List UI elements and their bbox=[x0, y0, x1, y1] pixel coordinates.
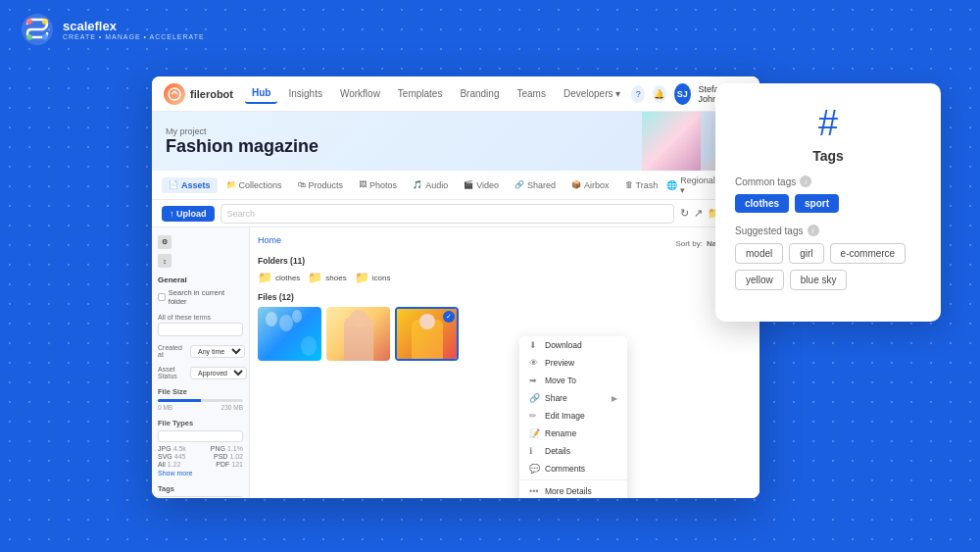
globe-icon: 🌐 bbox=[666, 180, 677, 190]
tab-photos[interactable]: 🖼 Photos bbox=[352, 177, 404, 193]
context-moredetails[interactable]: ••• More Details bbox=[519, 482, 627, 498]
context-comments[interactable]: 💬 Comments bbox=[519, 460, 627, 477]
context-editimage-label: Edit Image bbox=[545, 411, 585, 421]
file-thumb-3[interactable]: ✓ bbox=[395, 307, 459, 361]
filesize-max: 230 MB bbox=[221, 404, 243, 411]
sidebar-tags: Tags business 373 breakfast 253 red 235 … bbox=[158, 484, 243, 498]
logo-icon bbox=[20, 12, 55, 47]
search-bar[interactable]: Search bbox=[220, 204, 675, 224]
tab-collections[interactable]: 📁 Collections bbox=[220, 177, 289, 193]
filetype-row-3: All 1.22 PDF 121 bbox=[158, 461, 243, 468]
project-title: Fashion magazine bbox=[166, 136, 318, 157]
sidebar-terms: All of these terms bbox=[158, 314, 243, 336]
user-avatar[interactable]: SJ bbox=[674, 83, 691, 105]
photo-selfie bbox=[326, 307, 390, 361]
share-arrow-icon: ▶ bbox=[612, 394, 617, 403]
nav-workflow[interactable]: Workflow bbox=[333, 84, 387, 103]
context-download[interactable]: ⬇ Download bbox=[519, 336, 627, 354]
file-thumb-1[interactable] bbox=[258, 307, 321, 361]
filetype-jpg: JPG 4.5k bbox=[158, 445, 186, 452]
photos-icon: 🖼 bbox=[359, 180, 367, 189]
context-share[interactable]: 🔗 Share ▶ bbox=[519, 389, 627, 407]
context-details[interactable]: ℹ Details bbox=[519, 442, 627, 460]
suggested-tag-girl[interactable]: girl bbox=[789, 243, 823, 264]
status-select[interactable]: Approved bbox=[190, 367, 247, 379]
sidebar-filetypes: File Types JPG 4.5k PNG 1.1% SVG 445 PSD… bbox=[158, 419, 243, 477]
filerobot-logo: filerobot bbox=[164, 83, 233, 105]
filerobot-window: filerobot Hub Insights Workflow Template… bbox=[152, 76, 760, 498]
suggested-tag-bluesky[interactable]: blue sky bbox=[790, 270, 848, 290]
filetype-search[interactable] bbox=[158, 430, 243, 442]
common-tag-sport[interactable]: sport bbox=[795, 194, 839, 213]
sidebar-filter-icon[interactable]: ⚙ bbox=[158, 235, 172, 249]
nav-branding[interactable]: Branding bbox=[453, 84, 506, 103]
suggested-tag-yellow[interactable]: yellow bbox=[735, 270, 784, 290]
breadcrumb[interactable]: Home bbox=[258, 235, 281, 245]
share-icon[interactable]: ↗ bbox=[694, 207, 703, 220]
common-tags-list: clothes sport bbox=[735, 194, 921, 213]
context-moveto[interactable]: ➡ Move To bbox=[519, 372, 627, 389]
folders-section: Folders (11) 📁 clothes 📁 shoes 📁 icons bbox=[258, 256, 752, 284]
tab-bar: 📄 Assets 📁 Collections 🛍 Products 🖼 Phot… bbox=[152, 171, 760, 200]
filesize-slider[interactable] bbox=[158, 399, 243, 402]
tab-airbox[interactable]: 📦 Airbox bbox=[564, 177, 616, 193]
search-placeholder: Search bbox=[227, 209, 256, 219]
sidebar-general-label: General bbox=[158, 276, 243, 284]
files-grid: ✓ bbox=[258, 307, 752, 361]
main-toolbar: ↑ Upload Search ↻ ↗ 📁 ⊞ ⚙ bbox=[152, 200, 760, 227]
tab-video[interactable]: 🎬 Video bbox=[457, 177, 506, 193]
tab-shared[interactable]: 🔗 Shared bbox=[508, 177, 563, 193]
sidebar-status: Asset Status Approved bbox=[158, 366, 243, 379]
all-terms-label: All of these terms bbox=[158, 314, 243, 321]
file-thumb-2[interactable] bbox=[326, 307, 390, 361]
refresh-icon[interactable]: ↻ bbox=[680, 207, 689, 220]
folders-header: Folders (11) bbox=[258, 256, 752, 266]
tags-search[interactable] bbox=[158, 496, 243, 498]
logo-name: scaleflex bbox=[63, 19, 205, 33]
folder-icons[interactable]: 📁 icons bbox=[355, 271, 391, 284]
context-rename-label: Rename bbox=[545, 428, 576, 438]
terms-input[interactable] bbox=[158, 323, 243, 336]
suggested-tag-model[interactable]: model bbox=[735, 243, 783, 264]
folder-clothes[interactable]: 📁 clothes bbox=[258, 271, 300, 284]
context-share-label: Share bbox=[545, 393, 567, 403]
common-tag-clothes[interactable]: clothes bbox=[735, 194, 789, 213]
context-moveto-label: Move To bbox=[545, 376, 576, 385]
nav-templates[interactable]: Templates bbox=[391, 84, 450, 103]
project-label: My project bbox=[166, 126, 318, 136]
filetype-svg: SVG 445 bbox=[158, 453, 185, 460]
assets-icon: 📄 bbox=[169, 180, 178, 189]
filerobot-logo-text: filerobot bbox=[190, 88, 233, 100]
sort-label: Sort by: bbox=[675, 239, 703, 248]
filetypes-label: File Types bbox=[158, 419, 243, 427]
suggested-tag-ecommerce[interactable]: e-commerce bbox=[830, 243, 906, 264]
context-rename[interactable]: 📝 Rename bbox=[519, 425, 627, 442]
tab-audio[interactable]: 🎵 Audio bbox=[406, 177, 455, 193]
nav-developers[interactable]: Developers ▾ bbox=[557, 84, 627, 103]
tab-assets[interactable]: 📄 Assets bbox=[162, 177, 218, 193]
sidebar-sort-icon[interactable]: ↕ bbox=[158, 254, 172, 268]
common-tags-section: Common tags i clothes sport bbox=[735, 176, 921, 213]
help-icon[interactable]: ? bbox=[631, 85, 645, 103]
nav-hub[interactable]: Hub bbox=[245, 83, 277, 104]
nav-teams[interactable]: Teams bbox=[510, 84, 552, 103]
details-icon: ℹ bbox=[529, 446, 539, 456]
context-preview[interactable]: 👁 Preview bbox=[519, 354, 627, 372]
tab-trash[interactable]: 🗑 Trash bbox=[618, 177, 665, 193]
bell-icon[interactable]: 🔔 bbox=[653, 85, 666, 103]
tab-products[interactable]: 🛍 Products bbox=[291, 177, 351, 193]
sidebar-search-current[interactable]: Search in current folder bbox=[158, 288, 243, 306]
content-area: ⚙ ↕ General Search in current folder All… bbox=[152, 227, 760, 498]
folder-shoes[interactable]: 📁 shoes bbox=[308, 271, 346, 284]
search-current-checkbox[interactable] bbox=[158, 293, 166, 301]
created-select[interactable]: Any time bbox=[190, 345, 245, 358]
upload-button[interactable]: ↑ Upload bbox=[162, 206, 215, 222]
filesize-min: 0 MB bbox=[158, 404, 172, 411]
tags-label: Tags bbox=[158, 484, 243, 493]
show-more-link[interactable]: Show more bbox=[158, 470, 243, 477]
filetype-png: PNG 1.1% bbox=[211, 445, 243, 452]
svg-point-2 bbox=[42, 19, 48, 25]
nav-insights[interactable]: Insights bbox=[281, 84, 328, 103]
context-editimage[interactable]: ✏ Edit Image bbox=[519, 407, 627, 425]
suggested-tags-info-icon: i bbox=[808, 225, 819, 236]
